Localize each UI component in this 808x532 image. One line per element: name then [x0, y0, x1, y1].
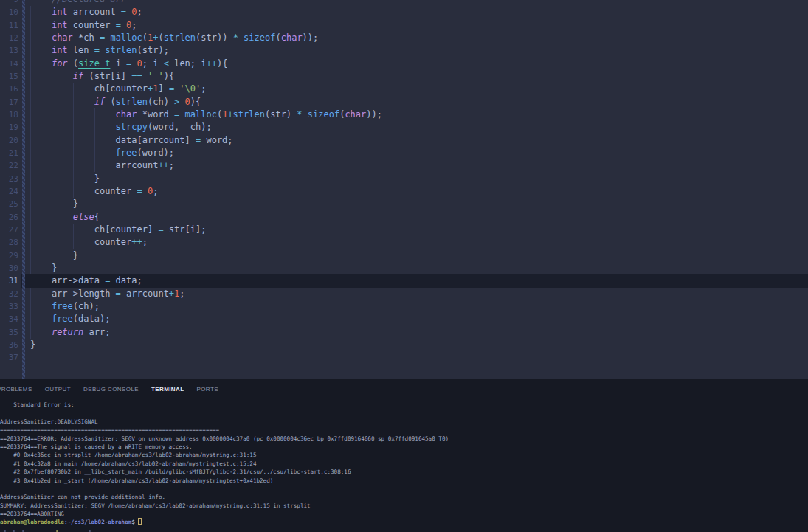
- code-line[interactable]: 33 free(ch);: [0, 300, 808, 313]
- line-number[interactable]: 22: [0, 159, 18, 172]
- code-text: free(data);: [30, 313, 110, 325]
- code-text: ch[counter+1] = '\0';: [30, 83, 206, 95]
- line-number[interactable]: 19: [0, 121, 18, 134]
- code-line[interactable]: 36}: [0, 339, 808, 351]
- line-number[interactable]: 36: [0, 339, 18, 351]
- terminal-prompt-path: ~/cs3/lab02-abraham: [67, 519, 131, 525]
- code-text: for (size_t i = 0; i < len; i++){: [30, 58, 227, 70]
- code-text: }: [30, 249, 78, 262]
- code-line[interactable]: 16 ch[counter+1] = '\0';: [0, 83, 808, 95]
- line-number[interactable]: 13: [0, 44, 18, 57]
- code-line[interactable]: 29 }: [0, 249, 808, 262]
- code-text: counter = 0;: [30, 185, 158, 198]
- line-number[interactable]: 25: [0, 198, 18, 210]
- code-line[interactable]: 30 }: [0, 262, 808, 274]
- status-bar-sliver: [0, 529, 808, 532]
- code-line[interactable]: 18 char *word = malloc(1+strlen(str) * s…: [0, 108, 808, 121]
- code-line[interactable]: 26 else{: [0, 211, 808, 224]
- terminal-output[interactable]: Standard Error is: AddressSanitizer:DEAD…: [0, 401, 808, 527]
- code-line[interactable]: 20 data[arrcount] = word;: [0, 134, 808, 147]
- line-number[interactable]: 31: [0, 274, 18, 287]
- code-line[interactable]: 10 int arrcount = 0;: [0, 6, 808, 18]
- code-line[interactable]: 37: [0, 351, 808, 364]
- panel-tab-terminal[interactable]: TERMINAL: [150, 383, 186, 395]
- code-editor[interactable]: 9 //Declared arr10 int arrcount = 0;11 i…: [0, 0, 808, 379]
- line-number[interactable]: 33: [0, 300, 18, 313]
- terminal-line: AddressSanitizer can not provide additio…: [0, 493, 808, 501]
- line-number[interactable]: 16: [0, 83, 18, 95]
- terminal-line: #0 0x4c36ec in strsplit /home/abraham/cs…: [0, 451, 808, 459]
- code-text: strcpy(word, ch);: [30, 121, 212, 134]
- code-text: }: [30, 173, 100, 185]
- code-text: free(word);: [30, 147, 174, 159]
- line-number[interactable]: 28: [0, 236, 18, 249]
- line-number[interactable]: 37: [0, 351, 18, 364]
- code-text: free(ch);: [30, 300, 100, 313]
- code-line[interactable]: 14 for (size_t i = 0; i < len; i++){: [0, 58, 808, 70]
- code-line[interactable]: 12 char *ch = malloc(1+(strlen(str)) * s…: [0, 32, 808, 44]
- code-text: data[arrcount] = word;: [30, 134, 233, 147]
- line-number[interactable]: 14: [0, 58, 18, 70]
- terminal-line: #2 0x7fbef80730b2 in __libc_start_main /…: [0, 468, 808, 476]
- panel-tab-output[interactable]: OUTPUT: [44, 383, 72, 395]
- line-number[interactable]: 32: [0, 288, 18, 300]
- code-text: arr->length = arrcount+1;: [30, 288, 185, 300]
- line-number[interactable]: 30: [0, 262, 18, 274]
- code-text: char *ch = malloc(1+(strlen(str)) * size…: [30, 32, 318, 44]
- code-text: }: [30, 198, 78, 210]
- code-line[interactable]: 11 int counter = 0;: [0, 19, 808, 32]
- terminal-line: #3 0x41b2ed in _start (/home/abraham/cs3…: [0, 477, 808, 485]
- line-number[interactable]: 18: [0, 108, 18, 121]
- code-line[interactable]: 15 if (str[i] == ' '){: [0, 70, 808, 83]
- code-line[interactable]: 19 strcpy(word, ch);: [0, 121, 808, 134]
- terminal-line: [0, 409, 808, 417]
- line-number[interactable]: 11: [0, 19, 18, 32]
- code-line[interactable]: 31 arr->data = data;: [0, 274, 808, 287]
- line-number[interactable]: 29: [0, 249, 18, 262]
- terminal-line: #1 0x4c32a8 in main /home/abraham/cs3/la…: [0, 460, 808, 468]
- code-line[interactable]: 32 arr->length = arrcount+1;: [0, 288, 808, 300]
- code-line[interactable]: 28 counter++;: [0, 236, 808, 249]
- vscode-window: { "editor": { "current_line": 31, "lines…: [0, 0, 808, 532]
- terminal-line: ==2033764==ABORTING: [0, 510, 808, 518]
- code-line[interactable]: 34 free(data);: [0, 313, 808, 325]
- code-line[interactable]: 23 }: [0, 173, 808, 185]
- git-gutter-decoration: [22, 0, 25, 379]
- line-number[interactable]: 9: [0, 0, 18, 6]
- code-text: int counter = 0;: [30, 19, 137, 32]
- line-number[interactable]: 17: [0, 96, 18, 108]
- line-number[interactable]: 15: [0, 70, 18, 83]
- terminal-line: ==2033764==ERROR: AddressSanitizer: SEGV…: [0, 435, 808, 443]
- code-text: else{: [30, 211, 100, 224]
- terminal-prompt[interactable]: abraham@labradoodle:~/cs3/lab02-abraham$: [0, 518, 808, 526]
- code-line[interactable]: 24 counter = 0;: [0, 185, 808, 198]
- terminal-line: ==2033764==The signal is caused by a WRI…: [0, 443, 808, 451]
- panel-tab-ports[interactable]: PORTS: [196, 383, 220, 395]
- line-number[interactable]: 26: [0, 211, 18, 224]
- code-line[interactable]: 9 //Declared arr: [0, 0, 808, 6]
- line-number[interactable]: 23: [0, 173, 18, 185]
- terminal-line: Standard Error is:: [0, 401, 808, 409]
- code-line[interactable]: 21 free(word);: [0, 147, 808, 159]
- code-line[interactable]: 25 }: [0, 198, 808, 210]
- code-line[interactable]: 35 return arr;: [0, 326, 808, 339]
- code-line[interactable]: 13 int len = strlen(str);: [0, 44, 808, 57]
- code-text: ch[counter] = str[i];: [30, 224, 206, 236]
- terminal-cursor[interactable]: [138, 518, 142, 525]
- line-number[interactable]: 20: [0, 134, 18, 147]
- line-number[interactable]: 12: [0, 32, 18, 44]
- code-line[interactable]: 17 if (strlen(ch) > 0){: [0, 96, 808, 108]
- line-number[interactable]: 24: [0, 185, 18, 198]
- line-number[interactable]: 35: [0, 326, 18, 339]
- code-text: return arr;: [30, 326, 110, 339]
- code-line[interactable]: 22 arrcount++;: [0, 159, 808, 172]
- line-number[interactable]: 27: [0, 224, 18, 236]
- panel-tab-debug-console[interactable]: DEBUG CONSOLE: [82, 383, 140, 395]
- panel-tab-problems[interactable]: PROBLEMS: [0, 383, 34, 395]
- line-number[interactable]: 10: [0, 6, 18, 18]
- code-line[interactable]: 27 ch[counter] = str[i];: [0, 224, 808, 236]
- line-number[interactable]: 21: [0, 147, 18, 159]
- code-text: if (strlen(ch) > 0){: [30, 96, 201, 108]
- line-number[interactable]: 34: [0, 313, 18, 325]
- code-text: if (str[i] == ' '){: [30, 70, 174, 83]
